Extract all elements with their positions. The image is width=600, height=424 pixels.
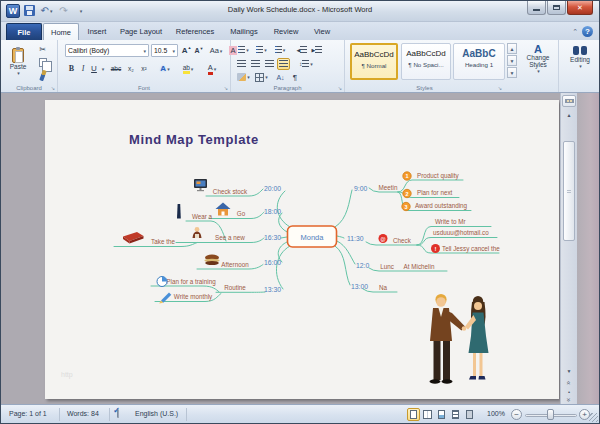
topic-routine[interactable]: Routine <box>224 284 246 291</box>
font-family-combo[interactable]: Calibri (Body)▾ <box>65 44 149 57</box>
bold-button[interactable]: B <box>66 62 77 75</box>
time-2000[interactable]: 20:00 <box>264 185 281 192</box>
print-layout-view-button[interactable] <box>407 408 420 421</box>
qat-customize-button[interactable]: ▾ <box>73 3 88 18</box>
font-dialog-launcher[interactable]: ↘ <box>224 86 228 90</box>
time-1800[interactable]: 18:00 <box>264 208 281 215</box>
document-heading[interactable]: Mind Map Template <box>129 132 259 147</box>
topic-write-monthly[interactable]: Write monthly <box>174 293 213 301</box>
styles-scroll-down[interactable]: ▼ <box>507 55 517 66</box>
multilevel-list-button[interactable]: ▾ <box>271 44 289 56</box>
word-count[interactable]: Words: 84 <box>67 410 99 417</box>
scroll-up-arrow[interactable]: ▲ <box>562 111 576 119</box>
font-color-button[interactable]: A▾ <box>202 62 222 75</box>
borders-button[interactable]: ▾ <box>253 71 270 83</box>
topic-email[interactable]: usduuu@hotmail.co <box>433 229 489 236</box>
style-no-spacing[interactable]: AaBbCcDd ¶ No Spaci... <box>401 43 451 80</box>
tab-review[interactable]: Review <box>267 23 305 40</box>
style-normal[interactable]: AaBbCcDd ¶ Normal <box>350 43 398 80</box>
scrollbar-thumb[interactable] <box>563 141 575 241</box>
scroll-down-arrow[interactable]: ▼ <box>562 367 576 375</box>
title-bar[interactable]: W ↶▾ ↷ ▾ Daily Work Schedule.docx - Micr… <box>1 1 599 22</box>
help-icon[interactable]: ? <box>582 26 593 37</box>
topic-tell-jessy[interactable]: Tell Jessy cancel the <box>442 245 500 253</box>
minimize-ribbon-icon[interactable]: ⌃ <box>572 28 578 36</box>
zoom-out-button[interactable]: − <box>511 409 522 420</box>
ruler-toggle-button[interactable] <box>562 95 576 107</box>
topic-write-to-mr[interactable]: Write to Mr <box>435 218 466 225</box>
topic-at-michelin[interactable]: At Michelin <box>404 263 435 270</box>
restore-button[interactable] <box>547 1 566 15</box>
time-1130[interactable]: 11:30 <box>347 235 364 242</box>
paragraph-dialog-launcher[interactable]: ↘ <box>338 86 342 90</box>
mindmap-center-node[interactable]: Monda <box>288 226 337 247</box>
copy-button[interactable] <box>35 56 50 68</box>
time-1600[interactable]: 16:00 <box>264 259 281 266</box>
topic-plan-training[interactable]: Plan for a training <box>166 278 216 286</box>
undo-button[interactable]: ↶▾ <box>39 3 54 18</box>
document-page[interactable]: Mind Map Template http <box>45 100 559 399</box>
grow-font-button[interactable]: A▲ <box>180 44 193 57</box>
bullets-button[interactable]: ▾ <box>235 44 252 56</box>
tab-view[interactable]: View <box>307 23 337 40</box>
save-button[interactable] <box>22 3 37 18</box>
subscript-button[interactable]: x₂ <box>125 62 137 75</box>
editing-button[interactable]: Editing ▾ <box>566 46 594 69</box>
styles-gallery-more[interactable]: ▼ <box>507 67 517 78</box>
tab-file[interactable]: File <box>6 23 42 40</box>
time-1630[interactable]: 16:30 <box>264 234 281 241</box>
underline-button[interactable]: U <box>89 62 99 75</box>
minimize-button[interactable] <box>527 1 546 15</box>
time-120[interactable]: 12:0 <box>356 262 369 269</box>
page-count[interactable]: Page: 1 of 1 <box>9 410 47 417</box>
underline-dropdown[interactable]: ▾ <box>99 62 106 75</box>
highlight-button[interactable]: ab▾ <box>178 62 198 75</box>
topic-see-a-new[interactable]: See a new <box>215 234 245 241</box>
italic-button[interactable]: I <box>78 62 88 75</box>
tab-page-layout[interactable]: Page Layout <box>113 23 169 40</box>
decrease-indent-button[interactable]: ◀ <box>295 44 309 56</box>
styles-dialog-launcher[interactable]: ↘ <box>498 86 502 90</box>
clipboard-dialog-launcher[interactable]: ↘ <box>51 86 55 90</box>
redo-button[interactable]: ↷ <box>56 3 71 18</box>
shading-button[interactable]: ▾ <box>235 71 252 83</box>
time-900[interactable]: 9:00 <box>354 185 367 192</box>
font-size-combo[interactable]: 10.5▾ <box>151 44 178 57</box>
tab-home[interactable]: Home <box>43 23 79 40</box>
align-left-button[interactable] <box>235 58 248 70</box>
line-spacing-button[interactable]: ↕▾ <box>297 58 315 70</box>
format-painter-button[interactable] <box>35 69 50 82</box>
numbering-button[interactable]: ▾ <box>253 44 270 56</box>
tab-references[interactable]: References <box>169 23 221 40</box>
shrink-font-button[interactable]: A▼ <box>193 44 205 57</box>
topic-go[interactable]: Go <box>237 210 246 217</box>
superscript-button[interactable]: x² <box>138 62 150 75</box>
topic-plan-for-next[interactable]: Plan for next <box>417 189 453 196</box>
vertical-scrollbar[interactable]: ▲ ▼ « • » <box>560 93 577 406</box>
align-right-button[interactable] <box>263 58 276 70</box>
tab-insert[interactable]: Insert <box>81 23 113 40</box>
tab-mailings[interactable]: Mailings <box>223 23 265 40</box>
align-center-button[interactable] <box>249 58 262 70</box>
draft-view-button[interactable] <box>463 408 476 421</box>
increase-indent-button[interactable]: ▶ <box>310 44 324 56</box>
topic-lunch[interactable]: Lunc <box>380 263 394 270</box>
style-heading1[interactable]: AaBbC Heading 1 <box>453 43 505 80</box>
change-styles-button[interactable]: A Change Styles ▾ <box>519 44 557 74</box>
zoom-level[interactable]: 100% <box>487 410 505 417</box>
paste-button[interactable]: Paste ▾ <box>5 43 31 81</box>
undo-dropdown-icon[interactable]: ▾ <box>50 8 53 14</box>
topic-check-stock[interactable]: Check stock <box>213 188 248 195</box>
topic-product-quality[interactable]: Product quality <box>417 172 460 180</box>
cut-button[interactable]: ✂ <box>35 44 50 55</box>
topic-nap[interactable]: Na <box>379 284 388 291</box>
show-hide-pilcrow-button[interactable]: ¶ <box>289 71 301 83</box>
sort-button[interactable]: A↓ <box>273 71 288 83</box>
language-status[interactable]: English (U.S.) <box>135 410 178 417</box>
topic-afternoon[interactable]: Afternoon <box>221 261 249 268</box>
topic-take-the[interactable]: Take the <box>151 238 175 245</box>
topic-wear-a[interactable]: Wear a <box>192 213 213 220</box>
change-case-button[interactable]: Aa▾ <box>208 44 224 57</box>
close-button[interactable]: ✕ <box>567 1 593 15</box>
spellcheck-status[interactable] <box>117 410 119 417</box>
